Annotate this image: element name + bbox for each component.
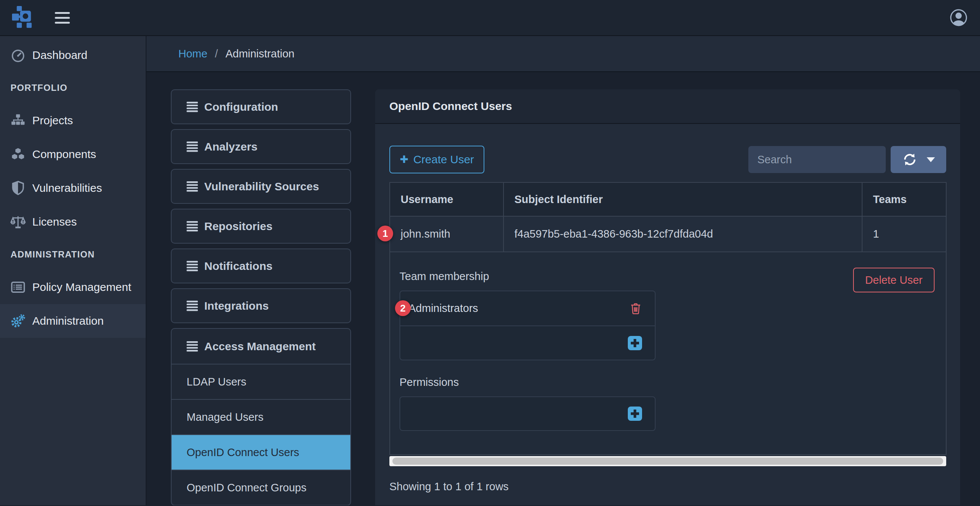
sidebar-item-dashboard[interactable]: Dashboard [0,38,146,72]
shield-icon [10,180,26,196]
sidebar-item-label: Components [32,148,96,161]
sidebar-item-label: Administration [32,315,103,327]
cell-teams: 1 [862,216,946,252]
create-user-label: Create User [414,153,474,166]
add-team-row [400,325,655,360]
column-header-username[interactable]: Username [390,183,504,216]
admin-menu-configuration[interactable]: Configuration [171,89,351,124]
sidebar-item-projects[interactable]: Projects [0,103,146,137]
oidc-users-table: 1 Username Subject Identifier Teams john… [389,182,946,455]
oidc-users-panel: OpenID Connect Users ✚ Create User [375,89,960,505]
admin-menu-label: Access Management [204,340,316,353]
pagination-status: Showing 1 to 1 of 1 rows [389,481,946,493]
admin-menu-label: Analyzers [204,140,258,153]
breadcrumb-current: Administration [225,48,294,60]
top-navbar [0,0,980,36]
balance-scale-icon [10,213,26,230]
sidebar-section-administration: ADMINISTRATION [0,239,146,270]
row-detail: Team membership 2 Administrators [390,252,946,455]
clipboard-list-icon [10,279,26,295]
add-permission-row [400,397,655,430]
breadcrumb: Home / Administration [146,36,980,72]
list-icon [187,301,198,311]
plus-icon: ✚ [400,154,409,165]
hamburger-icon[interactable] [52,10,72,26]
sitemap-icon [10,112,26,129]
cell-subject-identifier: f4a597b5-eba1-4386-963b-12cf7dfda04d [504,216,862,252]
list-icon [187,341,198,352]
sidebar-item-components[interactable]: Components [0,137,146,171]
caret-down-icon[interactable] [927,157,935,166]
admin-menu-ldap-users[interactable]: LDAP Users [172,364,350,399]
panel-title: OpenID Connect Users [375,89,960,124]
gears-icon [10,313,26,329]
table-row[interactable]: john.smith f4a597b5-eba1-4386-963b-12cf7… [390,216,946,252]
refresh-button[interactable] [891,146,946,173]
table-header-row: Username Subject Identifier Teams [390,183,946,216]
admin-menu-notifications[interactable]: Notifications [171,248,351,283]
delete-user-button[interactable]: Delete User [853,267,935,293]
team-name: Administrators [409,302,478,315]
admin-menu-openid-connect-users[interactable]: OpenID Connect Users [172,434,350,469]
admin-menu-access-management-group: Access Management LDAP Users Managed Use… [171,328,351,505]
column-header-teams[interactable]: Teams [862,183,946,216]
list-icon [187,181,198,192]
breadcrumb-home-link[interactable]: Home [178,48,207,60]
sidebar-item-label: Dashboard [32,49,88,62]
sidebar-item-label: Policy Management [32,281,131,294]
trash-icon [629,301,642,316]
user-avatar-icon[interactable] [949,8,968,27]
admin-menu-managed-users[interactable]: Managed Users [172,399,350,434]
horizontal-scrollbar[interactable] [389,456,946,466]
column-header-subject-identifier[interactable]: Subject Identifier [504,183,862,216]
admin-menu-label: Notifications [204,260,273,272]
table-toolbar: ✚ Create User [389,146,946,173]
breadcrumb-separator: / [215,48,218,60]
admin-menu-label: Integrations [204,299,269,312]
dependency-track-logo-icon[interactable] [12,6,35,29]
list-icon [187,261,198,271]
sidebar-item-administration[interactable]: Administration [0,304,146,338]
speedometer-icon [10,47,26,64]
sidebar-item-policy-management[interactable]: Policy Management [0,270,146,304]
admin-menu-openid-connect-groups[interactable]: OpenID Connect Groups [172,469,350,505]
remove-team-button[interactable] [629,301,642,316]
sidebar-item-label: Vulnerabilities [32,182,102,194]
admin-menu-analyzers[interactable]: Analyzers [171,129,351,164]
sidebar-item-licenses[interactable]: Licenses [0,205,146,239]
admin-menu-integrations[interactable]: Integrations [171,288,351,323]
team-membership-list: 2 Administrators [399,291,655,360]
refresh-icon [902,152,918,167]
cubes-icon [10,146,26,162]
annotation-badge-1: 1 [377,226,393,241]
sidebar-item-label: Licenses [32,215,76,228]
add-team-button[interactable] [628,336,642,350]
admin-menu-repositories[interactable]: Repositories [171,209,351,243]
sidebar-item-vulnerabilities[interactable]: Vulnerabilities [0,171,146,205]
sidebar: Dashboard PORTFOLIO Projects [0,36,146,505]
admin-menu: Configuration Analyzers Vulnerability So… [171,89,351,505]
list-icon [187,221,198,232]
permissions-list [399,396,655,431]
list-icon [187,142,198,152]
sidebar-item-label: Projects [32,114,73,127]
search-input[interactable] [748,146,886,173]
team-row: 2 Administrators [400,291,655,325]
scrollbar-thumb[interactable] [392,458,943,465]
add-permission-button[interactable] [628,407,642,421]
admin-menu-label: Vulnerability Sources [204,180,319,193]
annotation-badge-2: 2 [395,300,411,316]
create-user-button[interactable]: ✚ Create User [389,146,484,173]
admin-menu-label: Repositories [204,220,273,233]
admin-menu-label: Configuration [204,100,278,113]
list-icon [187,102,198,112]
sidebar-section-portfolio: PORTFOLIO [0,72,146,103]
admin-menu-access-management[interactable]: Access Management [172,329,350,364]
permissions-label: Permissions [399,376,946,388]
cell-username: john.smith [390,216,504,252]
admin-menu-vulnerability-sources[interactable]: Vulnerability Sources [171,169,351,204]
